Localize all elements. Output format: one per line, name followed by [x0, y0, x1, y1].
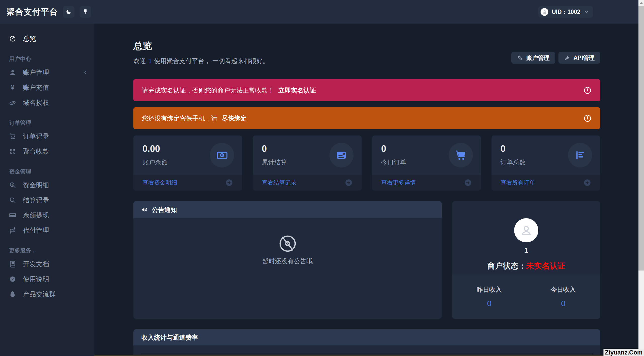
- search-icon: [9, 197, 16, 204]
- sidebar-item-label: 域名授权: [23, 98, 49, 107]
- svg-text:¥: ¥: [11, 84, 14, 91]
- sidebar-item-product-group[interactable]: 产品交流群: [0, 287, 94, 302]
- bar-chart-icon: [568, 143, 592, 167]
- watermark: Ziyuanz.Com: [603, 349, 644, 356]
- user-icon: [9, 69, 16, 76]
- avatar: [541, 8, 548, 16]
- sidebar-item-label: 账户管理: [23, 68, 49, 77]
- sidebar-item-label: 资金明细: [23, 181, 49, 190]
- theme-toggle-button[interactable]: [63, 6, 74, 18]
- sidebar-item-balance-withdraw[interactable]: 余额提现: [0, 208, 94, 223]
- merchant-status-line: 商户状态：未实名认证: [487, 261, 565, 271]
- sidebar-section-user-center: 用户中心: [0, 55, 94, 63]
- chevron-down-icon: [584, 9, 589, 15]
- bind-now-link[interactable]: 尽快绑定: [222, 114, 247, 122]
- circle-arrow-right-icon[interactable]: [225, 179, 233, 187]
- moon-icon: [65, 9, 72, 15]
- today-income: 今日收入 0: [526, 275, 600, 319]
- announcement-title: 公告通知: [152, 206, 177, 214]
- yesterday-income: 昨日收入 0: [452, 275, 526, 319]
- skin-button[interactable]: [80, 6, 91, 18]
- total-orders-card: 0 订单总数 查看所有订单: [491, 136, 600, 191]
- merchant-status-label: 商户状态：: [487, 261, 526, 270]
- scroll-up-button[interactable]: [638, 0, 644, 6]
- main-content: 总览 欢迎1使用聚合支付平台， 一切看起来都很好。 账户管理 API管理 请完成…: [94, 24, 638, 356]
- settlement-card: 0 累计结算 查看结算记录: [253, 136, 361, 191]
- money-check-icon: [329, 143, 354, 167]
- view-settlement-records-link[interactable]: 查看结算记录: [262, 179, 296, 187]
- app-logo: 聚合支付平台: [7, 6, 58, 18]
- sidebar-item-overview[interactable]: 总览: [0, 31, 94, 46]
- disc-slash-icon: [278, 234, 297, 253]
- api-manage-button[interactable]: API管理: [558, 52, 600, 64]
- yen-icon: ¥: [9, 84, 16, 91]
- sidebar-item-order-records[interactable]: 订单记录: [0, 129, 94, 144]
- today-orders-card: 0 今日订单 查看更多详情: [372, 136, 481, 191]
- yesterday-income-label: 昨日收入: [477, 285, 502, 294]
- sidebar-item-label: 余额提现: [23, 211, 49, 220]
- question-icon: ?: [9, 276, 16, 283]
- sidebar-item-dev-docs[interactable]: 开发文档: [0, 256, 94, 272]
- realname-now-link[interactable]: 立即实名认证: [278, 86, 316, 95]
- cart-icon: [449, 143, 473, 167]
- merchant-status-value: 未实名认证: [526, 261, 565, 270]
- volume-icon: [141, 206, 148, 213]
- svg-text:$: $: [11, 183, 13, 186]
- globe-icon: e: [9, 99, 16, 106]
- money-bill-icon: [210, 143, 234, 167]
- sidebar-item-label: 结算记录: [23, 196, 49, 205]
- welcome-text: 欢迎1使用聚合支付平台， 一切看起来都很好。: [133, 57, 269, 65]
- sidebar: 总览 用户中心 账户管理 ¥ 账户充值 e 域名授权 订单管理 订单记录 聚合: [0, 24, 94, 356]
- exclamation-circle-icon: [583, 86, 592, 95]
- bottom-strip: [94, 355, 644, 356]
- merchant-avatar: [514, 218, 538, 242]
- uid-label: UID：1002: [552, 8, 580, 16]
- sidebar-item-label: 订单记录: [23, 132, 49, 141]
- sidebar-section-funds: 资金管理: [0, 168, 94, 175]
- sidebar-item-aggregate-collect[interactable]: 聚合收款: [0, 144, 94, 159]
- announcement-panel: 公告通知 暂时还没有公告哦: [133, 201, 442, 319]
- merchant-uid: 1: [524, 246, 528, 255]
- circle-arrow-right-icon[interactable]: [583, 179, 591, 187]
- sidebar-item-payout-manage[interactable]: 代付管理: [0, 223, 94, 238]
- sidebar-item-label: 使用说明: [23, 275, 49, 284]
- welcome-uid: 1: [148, 57, 152, 64]
- sidebar-item-label: 开发文档: [23, 260, 49, 269]
- brush-icon: [82, 9, 89, 15]
- exclamation-circle-icon: [583, 114, 592, 122]
- income-panel-title: 收入统计与通道费率: [141, 333, 198, 342]
- money-transfer-icon: [9, 227, 16, 234]
- view-more-details-link[interactable]: 查看更多详情: [381, 179, 416, 187]
- balance-card: 0.00 账户余额 查看资金明细: [133, 136, 242, 191]
- sidebar-item-domain-auth[interactable]: e 域名授权: [0, 95, 94, 110]
- sidebar-item-label: 总览: [23, 34, 36, 43]
- circle-arrow-right-icon[interactable]: [464, 179, 472, 187]
- api-manage-label: API管理: [574, 54, 595, 62]
- circle-arrow-right-icon[interactable]: [345, 179, 353, 187]
- key-icon: [564, 55, 570, 61]
- sidebar-item-label: 代付管理: [23, 226, 49, 235]
- user-menu[interactable]: UID：1002: [538, 6, 593, 18]
- view-fund-details-link[interactable]: 查看资金明细: [142, 179, 177, 187]
- gauge-icon: [9, 35, 16, 42]
- yesterday-income-value[interactable]: 0: [487, 299, 491, 308]
- person-icon: [542, 9, 547, 15]
- bind-phone-alert: 您还没有绑定密保手机，请 尽快绑定: [133, 107, 600, 129]
- alert-text: 您还没有绑定密保手机，请: [142, 114, 217, 122]
- sidebar-item-account-manage[interactable]: 账户管理: [0, 65, 94, 80]
- scrollbar-thumb[interactable]: [638, 6, 644, 271]
- sidebar-item-account-recharge[interactable]: ¥ 账户充值: [0, 80, 94, 95]
- book-icon: [9, 260, 16, 268]
- sidebar-item-label: 账户充值: [23, 83, 49, 92]
- income-stats-panel: 收入统计与通道费率: [133, 329, 600, 356]
- person-icon: [519, 223, 534, 238]
- sidebar-item-settlement-records[interactable]: 结算记录: [0, 193, 94, 208]
- alert-text: 请完成实名认证，否则您的商户无法正常收款！: [142, 86, 274, 95]
- sidebar-item-usage-guide[interactable]: ? 使用说明: [0, 272, 94, 287]
- vertical-scrollbar[interactable]: [638, 0, 644, 356]
- qrcode-icon: [9, 148, 16, 155]
- sidebar-item-fund-details[interactable]: $ 资金明细: [0, 177, 94, 193]
- today-income-value[interactable]: 0: [561, 299, 565, 308]
- view-all-orders-link[interactable]: 查看所有订单: [501, 179, 535, 187]
- account-manage-button[interactable]: 账户管理: [511, 52, 555, 64]
